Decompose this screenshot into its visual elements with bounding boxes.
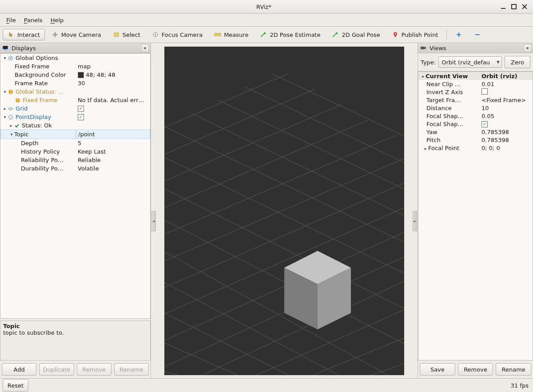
views-remove-button[interactable]: Remove	[458, 363, 493, 376]
tool-move-camera[interactable]: Move Camera	[47, 29, 106, 40]
status-bar: Reset 31 fps	[0, 378, 533, 392]
window-title: RViz*	[176, 4, 352, 10]
toolbar: Interact Move Camera Select Focus Camera…	[0, 27, 533, 43]
value-reliability[interactable]: Reliable	[76, 156, 150, 164]
check-icon	[14, 123, 20, 129]
svg-point-18	[394, 33, 396, 35]
svg-rect-62	[421, 47, 425, 49]
add-button[interactable]: Add	[2, 363, 36, 376]
tool-publish-point[interactable]: Publish Point	[387, 29, 443, 40]
splitter-left[interactable]: ◂	[151, 211, 156, 231]
views-panel: Views ✕ Type: Orbit (rviz_defau ▼ Zero ▾…	[418, 43, 533, 378]
svg-text:!: !	[17, 99, 18, 103]
menu-help[interactable]: Help	[47, 15, 68, 25]
viewport-3d[interactable]	[164, 47, 404, 375]
value-depth[interactable]: 5	[76, 139, 150, 147]
app-window: RViz* File Panels Help Interact Move Cam…	[0, 0, 533, 392]
value-durability[interactable]: Volatile	[76, 164, 150, 173]
displays-tree[interactable]: ▾Global Options Fixed Frame Background C…	[0, 53, 151, 319]
svg-text:!: !	[10, 90, 11, 94]
displays-button-row: Add Duplicate Remove Rename	[0, 360, 151, 378]
move-camera-icon	[52, 31, 59, 38]
views-rename-button[interactable]: Rename	[496, 363, 531, 376]
description-box: Topic topic to subscribe to.	[0, 321, 151, 360]
zero-button[interactable]: Zero	[505, 56, 530, 68]
displays-panel: Displays ✕ ▾Global Options Fixed Frame B…	[0, 43, 151, 378]
value-bg-color[interactable]: 48; 48; 48	[76, 71, 150, 79]
value-global-status-err: No tf data. Actual err…	[76, 96, 150, 104]
grid-icon	[8, 106, 14, 112]
focus-camera-icon	[152, 31, 159, 38]
tool-select[interactable]: Select	[108, 29, 145, 40]
reset-button[interactable]: Reset	[3, 379, 28, 392]
plus-icon	[455, 31, 462, 38]
value-pointdisplay-checkbox[interactable]: ✓	[76, 113, 150, 121]
value-frame-rate[interactable]: 30	[76, 79, 150, 87]
diamond-icon	[8, 114, 14, 120]
duplicate-button[interactable]: Duplicate	[39, 363, 74, 376]
remove-button[interactable]: Remove	[77, 363, 111, 376]
pointer-icon	[8, 31, 15, 38]
svg-rect-23	[3, 46, 8, 49]
menu-file[interactable]: File	[3, 15, 20, 25]
maximize-icon[interactable]	[511, 4, 517, 10]
value-focal-shape-fixed[interactable]: ✓	[480, 120, 533, 127]
tool-remove[interactable]	[469, 29, 486, 40]
tool-focus-camera[interactable]: Focus Camera	[147, 29, 207, 40]
views-button-row: Save Remove Rename	[418, 360, 533, 378]
menu-panels[interactable]: Panels	[20, 15, 46, 25]
displays-icon	[2, 44, 9, 51]
value-fixed-frame[interactable]: map	[76, 62, 150, 71]
value-history[interactable]: Keep Last	[76, 147, 150, 156]
viewport-container: ◂ ▸	[151, 43, 418, 378]
svg-rect-4	[114, 33, 119, 36]
views-save-button[interactable]: Save	[420, 363, 455, 376]
svg-line-17	[333, 33, 337, 37]
minus-icon	[474, 31, 481, 38]
title-bar[interactable]: RViz*	[0, 0, 533, 14]
value-pitch[interactable]: 0.785398	[480, 137, 533, 143]
tool-2d-goal-pose[interactable]: 2D Goal Pose	[327, 29, 385, 40]
warning-icon: !	[15, 97, 21, 103]
value-yaw[interactable]: 0.785398	[480, 129, 533, 135]
minimize-icon[interactable]	[500, 4, 506, 10]
svg-rect-24	[4, 49, 6, 50]
views-type-row: Type: Orbit (rviz_defau ▼ Zero	[418, 53, 533, 71]
ruler-icon	[214, 31, 221, 38]
svg-point-26	[10, 57, 12, 59]
tool-measure[interactable]: Measure	[209, 29, 253, 40]
fps-label: 31 fps	[511, 382, 529, 389]
close-panel-icon[interactable]: ✕	[141, 44, 149, 52]
value-distance[interactable]: 10	[480, 105, 533, 111]
camera-icon	[420, 44, 427, 51]
select-icon	[113, 31, 120, 38]
close-icon[interactable]	[521, 4, 528, 10]
tool-2d-pose-estimate[interactable]: 2D Pose Estimate	[255, 29, 325, 40]
rename-button[interactable]: Rename	[114, 363, 149, 376]
value-focal-point[interactable]: 0; 0; 0	[480, 145, 533, 151]
gear-icon	[8, 55, 14, 61]
arrow-green-icon	[260, 31, 267, 38]
value-invert-z[interactable]	[480, 88, 533, 96]
splitter-right[interactable]: ▸	[413, 211, 417, 231]
value-target-frame[interactable]: <Fixed Frame>	[480, 97, 533, 103]
warning-icon: !	[8, 89, 14, 95]
value-grid-checkbox[interactable]: ✓	[76, 104, 150, 113]
tree-row-topic[interactable]: ▾Topic	[0, 130, 76, 139]
arrow-green-icon	[332, 31, 339, 38]
view-type-combo[interactable]: Orbit (rviz_defau ▼	[438, 56, 502, 68]
tool-add[interactable]	[450, 29, 467, 40]
close-panel-icon[interactable]: ✕	[524, 44, 531, 52]
displays-panel-header[interactable]: Displays ✕	[0, 43, 151, 53]
svg-point-6	[155, 34, 156, 36]
views-panel-header[interactable]: Views ✕	[418, 43, 533, 53]
svg-line-16	[261, 33, 265, 37]
pin-icon	[392, 31, 399, 38]
color-chip	[78, 72, 84, 78]
value-topic[interactable]: /point	[76, 130, 150, 139]
views-tree[interactable]: ▾Current View Orbit (rviz) Near Clip …0.…	[418, 71, 533, 360]
value-near-clip[interactable]: 0.01	[480, 81, 533, 87]
tool-interact[interactable]: Interact	[3, 29, 45, 40]
value-focal-shape-size[interactable]: 0.05	[480, 113, 533, 119]
svg-rect-1	[512, 4, 516, 9]
